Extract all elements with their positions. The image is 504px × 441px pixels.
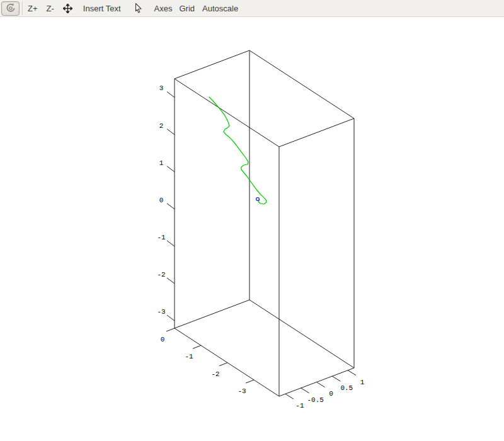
plot-canvas: 0-1-2-3-1-0.500.513210-1-2-3 [0,0,504,441]
x-axis-tick [219,363,227,366]
x-axis-tick-label: -1 [185,353,193,360]
y-axis-tick [301,388,309,393]
y-axis-tick [348,370,356,375]
toolbar-separator [22,1,23,15]
pan-icon [63,4,72,13]
zoom-out-button[interactable]: Z- [47,4,54,13]
grid-button[interactable]: Grid [179,4,195,13]
toolbar: Z+ Z- Insert Text Axes Grid Autoscale [0,0,504,17]
rotate-ccw-icon [5,3,16,14]
zoom-in-button[interactable]: Z+ [28,4,38,13]
x-axis-tick-label: -2 [211,370,219,378]
z-axis-tick-label: 3 [159,84,164,92]
box-edge [175,50,249,79]
z-axis-tick [167,241,175,246]
z-axis-tick [167,278,175,284]
x-axis-tick [193,345,201,348]
y-axis-tick-label: 1 [360,379,365,386]
y-axis-tick [332,376,340,381]
x-axis-tick [166,328,175,331]
plot-area[interactable]: 0-1-2-3-1-0.500.513210-1-2-3 [0,0,504,441]
z-axis-tick [167,166,175,172]
y-axis-tick-label: 0.5 [340,384,353,392]
z-axis-tick [167,203,175,209]
x-axis-tick-label: 0 [161,336,165,343]
box-edge [175,328,279,396]
y-axis-tick-label: -1 [295,402,304,410]
z-axis-tick-label: -1 [157,234,166,241]
pointer-button[interactable] [134,3,142,13]
z-axis-tick [167,315,175,321]
autoscale-button[interactable]: Autoscale [202,4,238,13]
pointer-cursor-icon [134,3,142,13]
y-axis-tick-label: 0 [329,390,333,398]
y-axis-tick [285,394,294,399]
trajectory-path [209,97,266,204]
rotate-button[interactable] [1,1,20,16]
insert-text-button[interactable]: Insert Text [83,4,121,13]
box-edge [175,79,279,147]
y-axis-tick [317,382,325,387]
z-axis-tick-label: 2 [159,122,164,130]
z-axis-tick-label: -3 [157,308,165,316]
box-edge [249,50,354,118]
box-edge [175,300,249,328]
z-axis-tick-label: 1 [159,159,164,167]
x-axis-tick [246,380,254,383]
box-edge [279,118,354,147]
x-axis-tick-label: -3 [238,387,246,395]
pan-button[interactable] [63,4,72,13]
z-axis-tick-label: 0 [159,197,164,204]
z-axis-tick [167,129,175,135]
y-axis-tick-label: -0.5 [307,396,324,404]
box-edge [249,300,354,368]
z-axis-tick [167,92,175,98]
trajectory-end-marker [256,198,260,201]
axes-button[interactable]: Axes [154,4,173,13]
z-axis-tick-label: -2 [157,271,165,278]
